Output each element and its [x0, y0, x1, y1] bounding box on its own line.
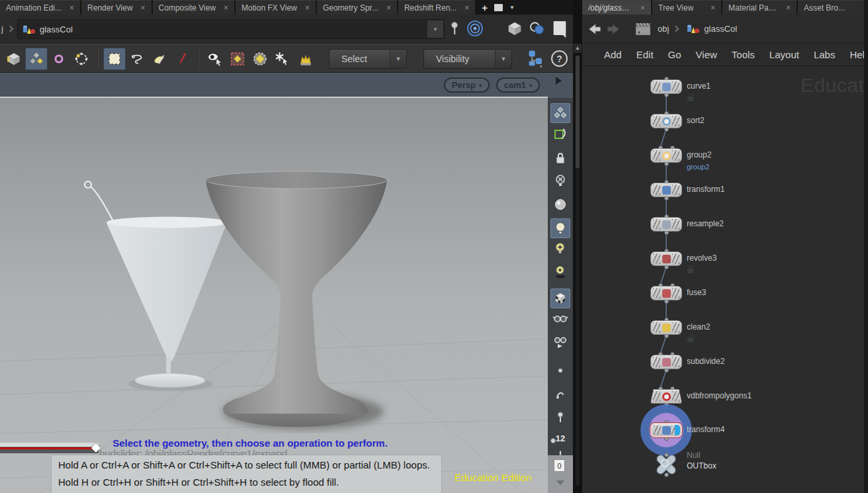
- add-shadowed-light-icon[interactable]: [550, 262, 570, 282]
- back-arrow-icon[interactable]: [586, 21, 603, 38]
- select-primitives-icon[interactable]: [25, 48, 48, 70]
- network-node-curve1[interactable]: [650, 79, 682, 94]
- network-node-group2[interactable]: [650, 148, 682, 163]
- path-current-node[interactable]: glassCol: [704, 24, 737, 34]
- display-points-icon[interactable]: [550, 361, 570, 381]
- menu-tools[interactable]: Tools: [724, 49, 762, 60]
- link-cube-icon[interactable]: [505, 19, 524, 38]
- menu-layout[interactable]: Layout: [762, 49, 806, 60]
- display-flag[interactable]: [675, 425, 680, 435]
- tab-close-icon[interactable]: ×: [133, 3, 146, 13]
- select-edges-icon[interactable]: [70, 48, 93, 70]
- menu-view[interactable]: View: [689, 49, 724, 60]
- hud-slider[interactable]: [0, 443, 99, 455]
- normal-lighting-icon[interactable]: [550, 218, 570, 238]
- path-root[interactable]: obj: [658, 24, 669, 34]
- lasso-select-icon[interactable]: [126, 48, 148, 70]
- help-button[interactable]: ?: [551, 50, 568, 67]
- tab-close-icon[interactable]: ×: [632, 3, 645, 13]
- tab-close-icon[interactable]: ×: [703, 3, 715, 13]
- select-menu[interactable]: Select ▼: [329, 49, 407, 69]
- select-multiple-icon[interactable]: [271, 48, 294, 70]
- display-normals-icon[interactable]: [550, 384, 570, 404]
- node-label: sort2: [687, 116, 705, 125]
- menu-add[interactable]: Add: [597, 49, 629, 60]
- menu-labs[interactable]: Labs: [806, 49, 843, 60]
- shapes-link-icon[interactable]: [528, 19, 546, 38]
- display-pin-icon[interactable]: [550, 407, 570, 427]
- tab-geometry-spr-[interactable]: Geometry Spr...×: [317, 0, 397, 15]
- secure-selection-icon[interactable]: [294, 48, 316, 70]
- select-visible-icon[interactable]: [204, 48, 226, 70]
- camera-menu-pill[interactable]: cam1 ▾: [496, 77, 540, 93]
- node-label: transform4: [687, 425, 724, 434]
- flipbook-icon[interactable]: [550, 332, 570, 352]
- menu-edit[interactable]: Edit: [629, 49, 661, 60]
- tab-close-icon[interactable]: ×: [778, 3, 791, 13]
- high-quality-lighting-icon[interactable]: [550, 195, 570, 214]
- tab-material-palette[interactable]: Material Palette×: [722, 0, 797, 15]
- linked-editors-icon[interactable]: [527, 48, 546, 72]
- menu-go[interactable]: Go: [661, 49, 689, 60]
- tab-close-icon[interactable]: ×: [216, 3, 228, 13]
- network-manager-icon[interactable]: [634, 21, 652, 38]
- tab--obj-glasscol[interactable]: /obj/glassCol×: [582, 0, 651, 15]
- visibility-menu[interactable]: Visibility ▼: [423, 49, 512, 69]
- node-path-field[interactable]: glassCol ▼: [17, 19, 445, 39]
- tab-close-icon[interactable]: ×: [297, 3, 310, 13]
- path-dropdown-icon[interactable]: ▼: [427, 21, 443, 38]
- display-options-icon[interactable]: [550, 308, 570, 328]
- new-tab-button[interactable]: +: [482, 2, 488, 13]
- select-contained-icon[interactable]: [226, 48, 249, 70]
- select-whole-icon[interactable]: [249, 48, 271, 70]
- brush-select-icon[interactable]: [148, 48, 171, 70]
- headlight-off-icon[interactable]: [550, 171, 570, 191]
- node-connector[interactable]: [664, 472, 669, 477]
- strip-scroll-down-icon[interactable]: [556, 480, 564, 485]
- network-node-clean2[interactable]: [650, 320, 682, 335]
- network-node-transform1[interactable]: [650, 183, 682, 197]
- network-node-subdivide2[interactable]: [650, 355, 682, 369]
- tab-asset-bro-[interactable]: Asset Bro...: [798, 0, 867, 15]
- network-node-revolve3[interactable]: [650, 251, 682, 266]
- tab-render-view[interactable]: Render View×: [81, 0, 152, 15]
- tab-composite-view[interactable]: Composite View×: [153, 0, 235, 15]
- tab-animation-edi-[interactable]: Animation Edi...×: [0, 0, 80, 15]
- tab-close-icon[interactable]: ×: [456, 3, 469, 13]
- pin-icon[interactable]: [447, 19, 462, 38]
- network-editor[interactable]: Education curve1sort2group2group2transfo…: [582, 66, 868, 493]
- pane-divider[interactable]: ▲: [573, 0, 582, 493]
- geometry-node-icon: [22, 24, 36, 35]
- ghost-other-objects-icon[interactable]: [550, 103, 570, 123]
- view-menu-pill[interactable]: Persp ▾: [444, 77, 490, 93]
- lock-icon[interactable]: [550, 148, 570, 168]
- network-node-transform4[interactable]: [650, 423, 682, 437]
- strip-grip-icon[interactable]: [556, 77, 562, 85]
- scrollbar-thumb[interactable]: [576, 56, 580, 168]
- frame-badge[interactable]: 0: [554, 459, 565, 472]
- shading-mode-icon[interactable]: [550, 289, 570, 308]
- add-headlight-icon[interactable]: [550, 238, 570, 258]
- pen-select-icon[interactable]: [171, 48, 193, 70]
- network-node-fuse3[interactable]: [650, 286, 682, 300]
- follow-focus-icon[interactable]: [466, 19, 484, 38]
- network-node-resample2[interactable]: [650, 217, 682, 232]
- panel-white-icon[interactable]: [550, 19, 569, 38]
- tab-motion-fx-view[interactable]: Motion FX View×: [236, 0, 316, 15]
- network-node-sort2[interactable]: [650, 114, 682, 128]
- tab-menu-dropdown-icon[interactable]: ▼: [509, 5, 515, 11]
- tab-tree-view[interactable]: Tree View×: [652, 0, 721, 15]
- snapping-icon[interactable]: [550, 124, 570, 144]
- scene-viewport[interactable]: Persp ▾ cam1 ▾ Select the geometry, then…: [0, 73, 548, 493]
- tab-redshift-ren-[interactable]: Redshift Ren...×: [398, 0, 475, 15]
- forward-arrow-icon[interactable]: [605, 21, 622, 38]
- select-objects-icon[interactable]: [3, 48, 25, 70]
- tab-close-icon[interactable]: ×: [378, 3, 391, 13]
- scroll-up-icon[interactable]: ▲: [574, 44, 582, 53]
- network-node-vdbfrompolygons1[interactable]: [650, 389, 682, 404]
- select-points-icon[interactable]: [48, 48, 70, 70]
- pane-maximize-icon[interactable]: [494, 4, 503, 11]
- node-hatch: [653, 288, 660, 298]
- marquee-select-icon[interactable]: [103, 48, 126, 70]
- tab-close-icon[interactable]: ×: [62, 3, 74, 13]
